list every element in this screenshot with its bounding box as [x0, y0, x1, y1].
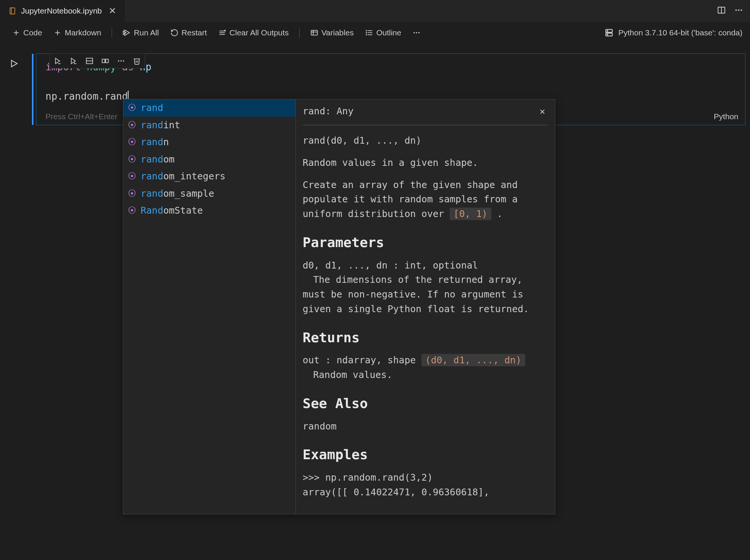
doc-summary: Random values in a given shape.	[303, 156, 548, 170]
svg-point-27	[414, 32, 415, 33]
notebook-icon	[8, 7, 17, 15]
variables-button[interactable]: Variables	[306, 27, 358, 39]
method-icon: ⦿	[127, 153, 137, 165]
run-cell-button[interactable]	[9, 59, 19, 70]
svg-point-26	[366, 35, 367, 35]
class-icon: ⦿	[127, 204, 137, 217]
svg-point-25	[366, 32, 367, 33]
close-detail-button[interactable]: ✕	[537, 103, 548, 120]
clear-outputs-label: Clear All Outputs	[229, 28, 289, 37]
method-icon: ⦿	[127, 102, 137, 114]
svg-marker-47	[12, 60, 17, 67]
cell-more-button[interactable]	[113, 54, 129, 68]
method-icon: ⦿	[127, 119, 137, 131]
cell-focus-indicator	[32, 54, 33, 125]
suggest-item[interactable]: ⦿RandomState	[123, 202, 295, 219]
svg-marker-34	[56, 58, 60, 64]
suggest-detail: rand: Any ✕ rand(d0, d1, ..., dn) Random…	[296, 99, 555, 514]
svg-point-42	[118, 60, 120, 62]
svg-marker-36	[71, 58, 76, 64]
svg-point-43	[120, 60, 122, 62]
doc-sig: rand(d0, d1, ..., dn)	[303, 134, 548, 148]
suggest-item[interactable]: ⦿random_sample	[123, 185, 295, 202]
add-code-label: Code	[23, 28, 42, 37]
run-all-label: Run All	[134, 28, 159, 37]
execute-above-button[interactable]	[66, 54, 82, 68]
more-actions-icon[interactable]	[734, 6, 743, 17]
notebook-toolbar: Code Markdown Run All Restart Clear All …	[0, 22, 750, 44]
toolbar-more-button[interactable]	[408, 27, 425, 38]
method-icon: ⦿	[127, 136, 137, 148]
add-code-button[interactable]: Code	[8, 27, 47, 39]
code-line: import numpy as np	[45, 60, 736, 74]
suggest-item[interactable]: ⦿randint	[123, 117, 295, 134]
doc-h-see-also: See Also	[303, 393, 548, 414]
detail-signature: rand: Any	[303, 104, 353, 118]
svg-point-6	[741, 9, 742, 11]
doc-h-parameters: Parameters	[303, 232, 548, 253]
svg-rect-40	[106, 59, 108, 62]
svg-marker-11	[125, 30, 130, 36]
kernel-name: Python 3.7.10 64-bit ('base': conda)	[618, 28, 742, 37]
clear-outputs-button[interactable]: Clear All Outputs	[214, 27, 293, 39]
intellisense-widget: ⦿rand ⦿randint ⦿randn ⦿random ⦿random_in…	[123, 99, 555, 514]
run-all-button[interactable]: Run All	[118, 27, 164, 39]
svg-point-44	[123, 60, 124, 62]
doc-h-examples: Examples	[303, 444, 548, 465]
doc-example: >>> np.random.rand(3,2) array([[ 0.14022…	[303, 470, 548, 500]
notebook-area: import numpy as np np.random.rand ⦿rand …	[0, 53, 750, 125]
svg-point-4	[735, 9, 737, 11]
suggest-list[interactable]: ⦿rand ⦿randint ⦿randn ⦿random ⦿random_in…	[123, 99, 296, 514]
separator	[112, 28, 112, 38]
doc-description: Create an array of the given shape and p…	[303, 178, 548, 222]
doc-see-also: random	[303, 419, 548, 434]
svg-point-28	[416, 32, 418, 33]
cell-language[interactable]: Python	[714, 112, 738, 121]
svg-rect-0	[10, 8, 15, 14]
restart-label: Restart	[182, 28, 207, 37]
svg-point-33	[607, 34, 608, 35]
run-by-line-button[interactable]	[50, 54, 66, 68]
doc-h-returns: Returns	[303, 327, 548, 348]
split-editor-icon[interactable]	[717, 6, 726, 17]
split-cell-button[interactable]	[82, 54, 97, 68]
add-markdown-button[interactable]: Markdown	[49, 27, 106, 39]
change-cell-button[interactable]	[97, 54, 113, 68]
variables-label: Variables	[321, 28, 354, 37]
tab-bar: JupyterNotebook.ipynb ✕	[0, 0, 750, 22]
editor-actions	[717, 0, 750, 22]
method-icon: ⦿	[127, 187, 137, 200]
separator	[299, 28, 300, 38]
svg-point-29	[418, 32, 420, 33]
doc-returns: out : ndarray, shape (d0, d1, ..., dn) R…	[303, 353, 548, 382]
detail-header: rand: Any ✕	[303, 103, 548, 125]
doc-params: d0, d1, ..., dn : int, optional The dime…	[303, 258, 548, 317]
method-icon: ⦿	[127, 170, 137, 182]
svg-point-32	[607, 30, 608, 31]
code-line	[45, 74, 736, 89]
tab-jupyter-notebook[interactable]: JupyterNotebook.ipynb ✕	[0, 0, 126, 22]
tab-title: JupyterNotebook.ipynb	[21, 6, 102, 15]
suggest-item[interactable]: ⦿random_integers	[123, 168, 295, 185]
svg-rect-39	[102, 59, 105, 62]
tab-close-button[interactable]: ✕	[106, 6, 118, 16]
suggest-item[interactable]: ⦿rand	[123, 99, 295, 117]
cell-hint: Press Ctrl+Alt+Enter	[45, 112, 117, 121]
cell-toolbar	[50, 53, 145, 68]
outline-label: Outline	[376, 28, 402, 37]
svg-point-5	[738, 9, 739, 11]
delete-cell-button[interactable]	[129, 54, 145, 68]
suggest-item[interactable]: ⦿random	[123, 151, 295, 168]
svg-point-24	[366, 30, 367, 31]
kernel-selector[interactable]: Python 3.7.10 64-bit ('base': conda)	[604, 28, 742, 38]
suggest-item[interactable]: ⦿randn	[123, 134, 295, 151]
server-icon	[604, 28, 614, 38]
doc-body: rand(d0, d1, ..., dn) Random values in a…	[303, 134, 548, 500]
svg-rect-18	[311, 30, 318, 35]
restart-button[interactable]: Restart	[166, 27, 212, 39]
add-markdown-label: Markdown	[65, 28, 101, 37]
outline-button[interactable]: Outline	[361, 27, 406, 39]
